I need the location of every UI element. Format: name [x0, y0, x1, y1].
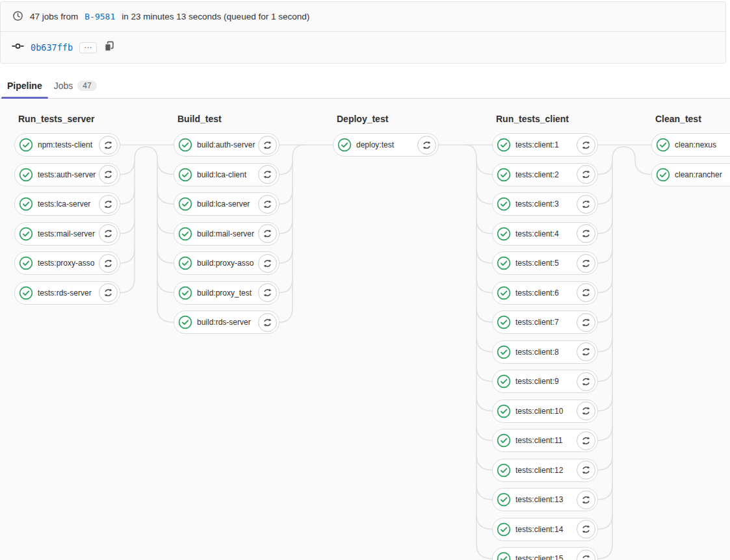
retry-button[interactable] — [258, 313, 277, 332]
retry-button[interactable] — [258, 165, 277, 184]
retry-button[interactable] — [577, 372, 595, 391]
job-label: tests:client:3 — [515, 199, 575, 209]
job-pill[interactable]: tests:client:8 — [492, 340, 598, 364]
commit-message-toggle-button[interactable]: … — [79, 42, 97, 53]
retry-icon — [103, 288, 113, 298]
retry-icon — [263, 259, 272, 268]
status-success-icon — [19, 138, 33, 152]
job-pill[interactable]: deploy:test — [333, 133, 439, 157]
status-success-icon — [337, 138, 352, 152]
job-pill[interactable]: tests:client:14 — [492, 518, 598, 541]
job-pill[interactable]: clean:nexus — [651, 133, 730, 157]
job-pill[interactable]: build:mail-server — [174, 222, 280, 246]
retry-icon — [581, 318, 591, 327]
retry-button[interactable] — [99, 283, 118, 302]
retry-button[interactable] — [577, 254, 595, 273]
status-success-icon — [19, 256, 33, 270]
job-pill[interactable]: tests:client:9 — [492, 370, 598, 393]
job-pill[interactable]: tests:client:6 — [492, 281, 598, 305]
retry-button[interactable] — [258, 254, 277, 273]
job-label: tests:client:15 — [515, 554, 575, 560]
job-pill[interactable]: build:lca-server — [174, 192, 280, 216]
retry-icon — [103, 199, 113, 209]
retry-button[interactable] — [577, 490, 595, 509]
job-pill[interactable]: tests:client:13 — [492, 488, 598, 511]
job-pill[interactable]: tests:client:15 — [492, 547, 598, 560]
retry-button[interactable] — [577, 165, 595, 184]
job-label: tests:proxy-asso — [38, 259, 98, 268]
retry-button[interactable] — [99, 254, 118, 273]
retry-button[interactable] — [577, 136, 595, 155]
retry-button[interactable] — [258, 224, 277, 243]
stage-title: Clean_test — [655, 114, 701, 124]
retry-icon — [263, 199, 272, 209]
pipeline-graph: Run_tests_servernpm:tests-clienttests:au… — [0, 99, 730, 560]
ref-link[interactable]: B-9581 — [85, 12, 115, 21]
job-pill[interactable]: tests:rds-server — [14, 281, 120, 305]
job-label: deploy:test — [356, 140, 416, 149]
job-pill[interactable]: tests:mail-server — [14, 222, 120, 246]
retry-button[interactable] — [99, 136, 118, 155]
retry-button[interactable] — [99, 165, 118, 184]
retry-button[interactable] — [258, 195, 277, 214]
retry-button[interactable] — [577, 195, 595, 214]
retry-button[interactable] — [577, 283, 595, 302]
job-pill[interactable]: build:rds-server — [174, 311, 280, 334]
stage-title: Run_tests_client — [496, 114, 569, 124]
retry-button[interactable] — [577, 224, 595, 243]
job-pill[interactable]: tests:client:4 — [492, 222, 598, 246]
status-success-icon — [178, 138, 192, 152]
job-pill[interactable]: tests:client:12 — [492, 459, 598, 482]
job-pill[interactable]: clean:rancher — [651, 163, 730, 186]
job-pill[interactable]: tests:auth-server — [14, 163, 120, 186]
job-pill[interactable]: tests:client:11 — [492, 429, 598, 452]
job-pill[interactable]: build:proxy_test — [174, 281, 280, 305]
retry-button[interactable] — [258, 136, 277, 155]
job-pill[interactable]: tests:lca-server — [14, 192, 120, 216]
job-pill[interactable]: tests:client:2 — [492, 163, 598, 186]
retry-button[interactable] — [577, 313, 595, 332]
retry-button[interactable] — [99, 195, 118, 214]
status-success-icon — [497, 138, 511, 152]
tab-pipeline[interactable]: Pipeline — [1, 81, 48, 98]
tab-jobs[interactable]: Jobs 47 — [48, 81, 103, 98]
retry-button[interactable] — [577, 461, 595, 479]
retry-icon — [103, 229, 113, 238]
job-pill[interactable]: npm:tests-client — [14, 133, 120, 157]
retry-icon — [581, 199, 591, 209]
copy-sha-button[interactable] — [104, 41, 114, 54]
retry-icon — [263, 318, 272, 327]
retry-button[interactable] — [99, 224, 118, 243]
job-label: tests:client:2 — [515, 170, 575, 179]
tab-pipeline-label: Pipeline — [7, 81, 42, 91]
status-success-icon — [178, 256, 192, 270]
retry-icon — [581, 377, 591, 387]
retry-button[interactable] — [577, 401, 595, 420]
status-success-icon — [178, 315, 192, 329]
copy-to-clipboard-icon — [104, 41, 114, 54]
status-success-icon — [178, 168, 192, 182]
commit-sha-link[interactable]: 0b637ffb — [31, 42, 73, 53]
job-label: build:mail-server — [197, 229, 257, 238]
status-success-icon — [19, 197, 33, 211]
retry-icon — [581, 554, 591, 560]
retry-button[interactable] — [577, 342, 595, 361]
job-label: tests:mail-server — [38, 229, 98, 238]
job-label: tests:client:9 — [515, 377, 575, 386]
job-pill[interactable]: tests:client:1 — [492, 133, 598, 157]
job-pill[interactable]: build:lca-client — [174, 163, 280, 186]
job-pill[interactable]: tests:client:7 — [492, 311, 598, 334]
retry-button[interactable] — [258, 283, 277, 302]
job-pill[interactable]: build:auth-server — [174, 133, 280, 157]
job-pill[interactable]: tests:client:3 — [492, 192, 598, 216]
job-pill[interactable]: tests:client:5 — [492, 251, 598, 275]
job-pill[interactable]: tests:proxy-asso — [14, 251, 120, 275]
retry-button[interactable] — [577, 431, 595, 450]
retry-button[interactable] — [577, 550, 595, 560]
retry-icon — [263, 229, 272, 238]
retry-icon — [581, 524, 591, 534]
retry-button[interactable] — [577, 520, 595, 539]
job-pill[interactable]: build:proxy-asso — [174, 251, 280, 275]
retry-button[interactable] — [417, 136, 436, 155]
job-pill[interactable]: tests:client:10 — [492, 400, 598, 423]
